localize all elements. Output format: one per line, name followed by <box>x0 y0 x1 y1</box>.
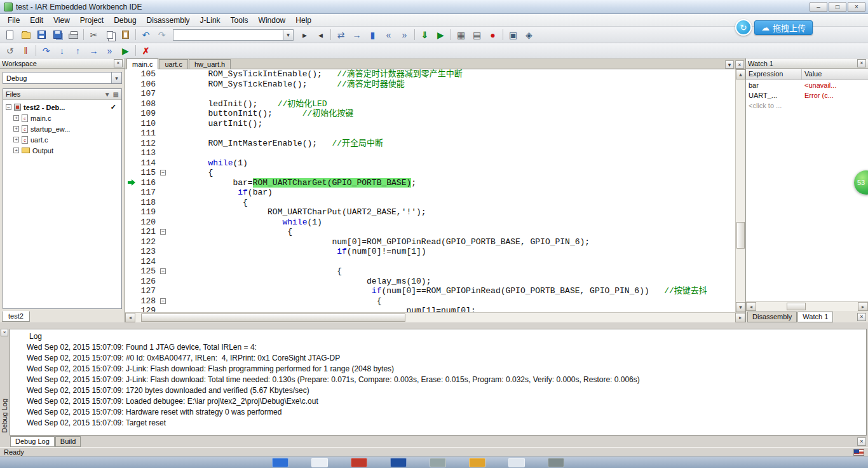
drag-upload-button[interactable]: ☁ 拖拽上传 <box>754 20 813 35</box>
jlink-control-panel-button[interactable]: ▣ <box>505 28 521 42</box>
tab-disassembly[interactable]: Disassembly <box>747 312 797 322</box>
code-text[interactable] <box>168 257 735 267</box>
debug-without-downloading-button[interactable]: ▶ <box>433 28 449 42</box>
copy-button[interactable] <box>102 28 118 42</box>
menu-window[interactable]: Window <box>254 15 291 26</box>
code-line[interactable]: 125− { <box>125 266 735 277</box>
toggle-bookmark-button[interactable]: ▮ <box>365 28 381 42</box>
files-sort-icon[interactable]: ▼ <box>104 91 111 98</box>
make-button[interactable]: ▦ <box>453 28 469 42</box>
watch-row[interactable]: bar<unavail... <box>746 80 868 90</box>
menu-tools[interactable]: Tools <box>226 15 254 26</box>
new-file-button[interactable] <box>2 28 18 42</box>
tree-item-uartc[interactable]: +cuart.c <box>3 134 121 145</box>
watch-expression[interactable]: UART_... <box>746 92 802 99</box>
chevron-down-icon[interactable]: ▾ <box>283 30 293 40</box>
code-text[interactable]: if(num[0]==ROM_GPIOPinRead(GPIO_PORTB_BA… <box>168 286 735 296</box>
horizontal-splitter[interactable] <box>0 322 868 327</box>
editor-tab-hw_uarth[interactable]: hw_uart.h <box>189 59 231 69</box>
tab-debuglog[interactable]: Debug Log <box>10 436 55 447</box>
watch-horizontal-scrollbar[interactable]: ◂ ▸ <box>746 301 868 311</box>
redo-button[interactable]: ↷ <box>154 28 170 42</box>
code-text[interactable]: num[0]=ROM_GPIOPinRead(GPIO_PORTB_BASE, … <box>168 237 735 247</box>
taskbar-icon-6[interactable] <box>469 458 485 467</box>
goto-line-button[interactable]: → <box>349 28 365 42</box>
close-button[interactable]: × <box>848 2 865 12</box>
workspace-close-icon[interactable]: × <box>114 59 123 67</box>
scroll-left-icon[interactable]: ◂ <box>125 313 135 322</box>
fold-collapse-icon[interactable]: − <box>160 298 166 304</box>
code-line[interactable]: 112 ROM_IntMasterEnable(); //开全局中断 <box>125 139 735 149</box>
code-line[interactable]: 107 <box>125 89 735 99</box>
code-line[interactable]: 111 <box>125 128 735 139</box>
tree-item-startupew[interactable]: +cstartup_ew... <box>3 123 121 134</box>
cut-button[interactable]: ✂ <box>86 28 102 42</box>
fold-collapse-icon[interactable]: − <box>160 229 166 235</box>
open-file-button[interactable] <box>18 28 34 42</box>
menu-disassembly[interactable]: Disassembly <box>142 15 195 26</box>
save-button[interactable] <box>34 28 50 42</box>
replace-button[interactable]: ⇄ <box>333 28 349 42</box>
code-text[interactable] <box>168 128 735 139</box>
code-text[interactable]: if(num[0]!=num[1]) <box>168 247 735 257</box>
code-text[interactable] <box>168 89 735 99</box>
tab-watch1[interactable]: Watch 1 <box>797 312 833 322</box>
vertical-scroll-thumb[interactable] <box>736 222 745 249</box>
code-line[interactable]: 128− { <box>125 296 735 306</box>
close-icon[interactable]: × <box>857 437 866 446</box>
tree-item-output[interactable]: +Output <box>3 145 121 156</box>
taskbar-icon-1[interactable] <box>272 458 288 467</box>
code-line[interactable]: 127 if(num[0]==ROM_GPIOPinRead(GPIO_PORT… <box>125 286 735 296</box>
watch-col-value[interactable]: Value <box>802 69 868 79</box>
scroll-right-icon[interactable]: ▸ <box>858 302 868 311</box>
code-line[interactable]: 113 <box>125 148 735 158</box>
menu-view[interactable]: View <box>48 15 75 26</box>
code-line[interactable]: 129 num[1]=num[0]; <box>125 306 735 312</box>
files-columns-icon[interactable]: ▦ <box>113 91 119 98</box>
step-out-button[interactable]: ↑ <box>70 44 86 58</box>
menu-debug[interactable]: Debug <box>109 15 141 26</box>
undo-button[interactable]: ↶ <box>138 28 154 42</box>
code-line[interactable]: 123 if(num[0]!=num[1]) <box>125 247 735 257</box>
find-next-button[interactable]: ▸ <box>297 28 313 42</box>
scroll-right-icon[interactable]: ▸ <box>735 313 745 322</box>
code-text[interactable]: { <box>168 198 735 208</box>
taskbar-icon-5[interactable] <box>430 458 446 467</box>
find-previous-button[interactable]: ◂ <box>313 28 329 42</box>
menu-edit[interactable]: Edit <box>25 15 48 26</box>
code-line[interactable]: 105 ROM_SysTickIntEnable(); //滴答定时计数器减到零… <box>125 69 735 79</box>
taskbar-icon-3[interactable] <box>351 458 367 467</box>
editor-tab-mainc[interactable]: main.c <box>126 59 158 69</box>
code-text[interactable]: uartInit(); <box>168 119 735 129</box>
code-line[interactable]: 116 bar=ROM_UARTCharGet(GPIO_PORTB_BASE)… <box>125 178 735 188</box>
expand-icon[interactable]: + <box>13 115 19 121</box>
code-text[interactable]: while(1) <box>168 158 735 169</box>
tree-item-project[interactable]: −test2 - Deb...✓ <box>3 102 121 113</box>
watch-scroll-track[interactable] <box>756 302 858 311</box>
code-text[interactable]: delay_ms(10); <box>168 277 735 287</box>
menu-file[interactable]: File <box>3 15 25 26</box>
taskbar-icon-2[interactable] <box>311 458 328 467</box>
code-text[interactable]: ROM_SysTickEnable(); //滴答定时器使能 <box>168 79 735 90</box>
code-text[interactable]: ROM_UARTCharPut(UART2_BASE,'!'); <box>168 207 735 217</box>
close-icon[interactable]: × <box>857 313 866 321</box>
editor-horizontal-scrollbar[interactable]: ◂ ▸ <box>125 312 745 322</box>
expand-icon[interactable]: + <box>13 126 19 132</box>
tab-build[interactable]: Build <box>55 436 81 447</box>
toggle-breakpoint-button[interactable]: ● <box>485 28 501 42</box>
code-text[interactable]: bar=ROM_UARTCharGet(GPIO_PORTB_BASE); <box>168 178 735 188</box>
code-line[interactable]: 110 uartInit(); <box>125 119 735 129</box>
scroll-left-icon[interactable]: ◂ <box>746 302 756 311</box>
code-line[interactable]: 122 num[0]=ROM_GPIOPinRead(GPIO_PORTB_BA… <box>125 237 735 247</box>
language-flag-icon[interactable] <box>853 449 864 456</box>
taskbar-icon-4[interactable] <box>390 458 407 467</box>
menu-jlink[interactable]: J-Link <box>195 15 226 26</box>
vertical-scroll-track[interactable] <box>736 79 745 302</box>
code-editor[interactable]: 105 ROM_SysTickIntEnable(); //滴答定时计数器减到零… <box>125 69 735 312</box>
next-bookmark-button[interactable]: » <box>397 28 412 42</box>
code-line[interactable]: 126 delay_ms(10); <box>125 277 735 287</box>
watch-col-expression[interactable]: Expression <box>746 69 802 79</box>
expand-icon[interactable]: + <box>13 137 19 142</box>
save-all-button[interactable] <box>50 28 65 42</box>
step-into-button[interactable]: ↓ <box>54 44 70 58</box>
